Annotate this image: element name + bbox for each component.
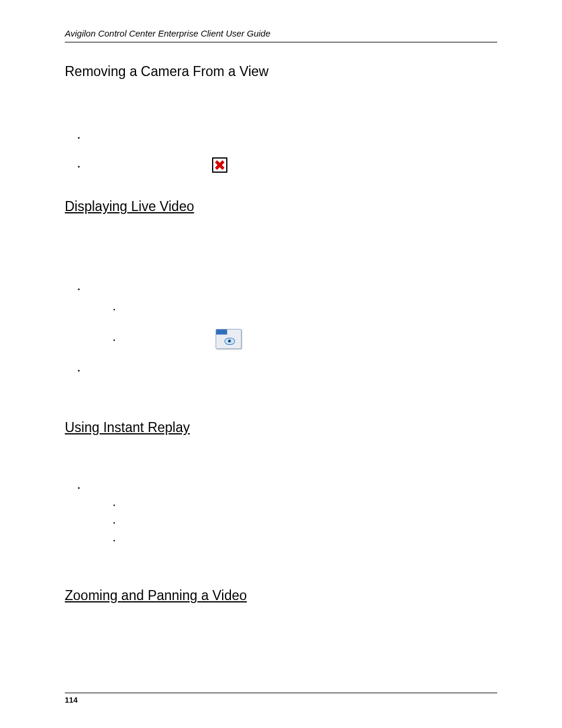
list-item xyxy=(113,301,497,318)
list-item xyxy=(113,329,497,351)
list-item xyxy=(78,281,497,297)
document-page: Avigilon Control Center Enterprise Clien… xyxy=(0,0,562,728)
list-item xyxy=(78,362,497,378)
page-number: 114 xyxy=(65,696,497,704)
heading-removing-camera: Removing a Camera From a View xyxy=(65,64,497,80)
list-item xyxy=(78,157,497,175)
close-icon-slot xyxy=(212,157,227,175)
list-item xyxy=(113,535,497,546)
live-video-list xyxy=(78,281,497,378)
list-item xyxy=(113,499,497,511)
heading-displaying-live-video: Displaying Live Video xyxy=(65,199,497,215)
list-item xyxy=(113,517,497,529)
close-icon xyxy=(212,157,227,173)
instant-replay-list xyxy=(78,479,497,546)
eye-icon xyxy=(216,329,242,349)
live-video-sublist xyxy=(113,301,497,351)
heading-zooming-panning: Zooming and Panning a Video xyxy=(65,588,497,604)
list-item xyxy=(78,479,497,496)
live-icon-slot xyxy=(216,329,242,351)
page-footer: 114 xyxy=(65,693,497,704)
running-header: Avigilon Control Center Enterprise Clien… xyxy=(65,28,497,38)
footer-rule xyxy=(65,693,497,693)
section-intro-space xyxy=(65,451,497,479)
remove-camera-list xyxy=(78,129,497,175)
section-intro-space xyxy=(65,230,497,281)
section-intro-space xyxy=(65,98,497,122)
instant-replay-sublist xyxy=(113,499,497,546)
heading-instant-replay: Using Instant Replay xyxy=(65,420,497,436)
header-rule xyxy=(65,42,497,42)
list-item xyxy=(78,129,497,146)
